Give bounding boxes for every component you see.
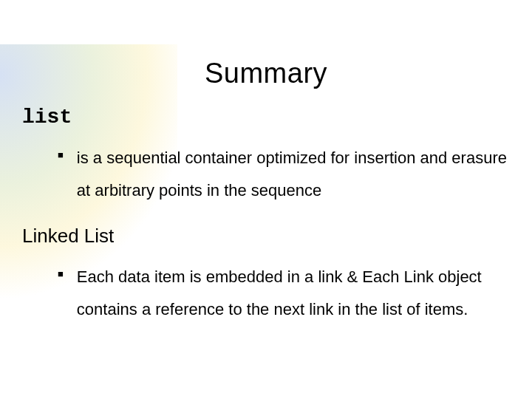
bullet-icon: ■: [58, 142, 64, 168]
section-heading: Linked List: [22, 225, 510, 248]
slide-title: Summary: [0, 58, 532, 89]
section-heading: list: [22, 106, 510, 129]
bullet-text: Each data item is embedded in a link & E…: [77, 261, 510, 326]
slide-content: list ■ is a sequential container optimiz…: [22, 100, 510, 344]
list-item: ■ is a sequential container optimized fo…: [58, 142, 510, 207]
list-item: ■ Each data item is embedded in a link &…: [58, 261, 510, 326]
bullet-text: is a sequential container optimized for …: [77, 142, 510, 207]
bullet-icon: ■: [58, 261, 64, 287]
